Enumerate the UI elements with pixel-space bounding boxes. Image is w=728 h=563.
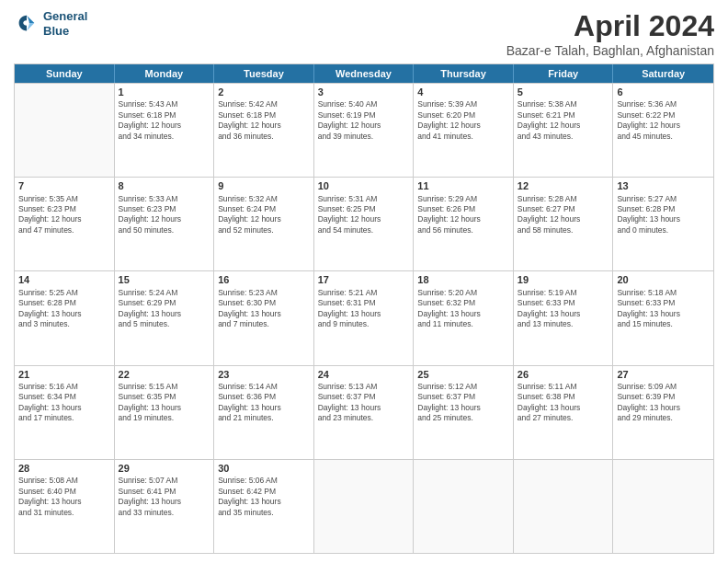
day-info: Sunrise: 5:06 AMSunset: 6:42 PMDaylight:… [218, 476, 310, 518]
day-number: 13 [617, 179, 710, 192]
cal-cell: 9Sunrise: 5:32 AMSunset: 6:24 PMDaylight… [214, 178, 314, 270]
cal-cell: 18Sunrise: 5:20 AMSunset: 6:32 PMDayligh… [414, 271, 514, 364]
header-day-wednesday: Wednesday [314, 64, 415, 83]
cal-cell: 15Sunrise: 5:24 AMSunset: 6:29 PMDayligh… [115, 271, 215, 364]
cal-cell: 28Sunrise: 5:08 AMSunset: 6:40 PMDayligh… [15, 460, 115, 553]
cal-cell: 14Sunrise: 5:25 AMSunset: 6:28 PMDayligh… [15, 271, 115, 364]
cal-cell [414, 460, 514, 553]
day-number: 22 [119, 368, 210, 381]
day-info: Sunrise: 5:36 AMSunset: 6:22 PMDaylight:… [617, 99, 710, 142]
day-info: Sunrise: 5:11 AMSunset: 6:38 PMDaylight:… [518, 382, 609, 424]
day-info: Sunrise: 5:23 AMSunset: 6:30 PMDaylight:… [218, 288, 310, 330]
header-day-thursday: Thursday [414, 64, 514, 83]
header-day-monday: Monday [115, 64, 215, 83]
day-info: Sunrise: 5:39 AMSunset: 6:20 PMDaylight:… [417, 99, 509, 142]
day-number: 8 [119, 179, 210, 192]
day-number: 27 [617, 368, 710, 381]
cal-cell: 21Sunrise: 5:16 AMSunset: 6:34 PMDayligh… [15, 366, 115, 459]
day-info: Sunrise: 5:24 AMSunset: 6:29 PMDaylight:… [119, 288, 210, 330]
cal-cell [314, 460, 415, 553]
day-number: 4 [417, 86, 509, 98]
cal-cell: 24Sunrise: 5:13 AMSunset: 6:37 PMDayligh… [314, 366, 415, 459]
day-number: 6 [617, 86, 710, 98]
cal-cell: 10Sunrise: 5:31 AMSunset: 6:25 PMDayligh… [314, 178, 415, 270]
day-info: Sunrise: 5:18 AMSunset: 6:33 PMDaylight:… [617, 288, 710, 330]
cal-cell: 26Sunrise: 5:11 AMSunset: 6:38 PMDayligh… [514, 366, 614, 459]
day-info: Sunrise: 5:15 AMSunset: 6:35 PMDaylight:… [119, 382, 210, 424]
cal-cell: 30Sunrise: 5:06 AMSunset: 6:42 PMDayligh… [214, 460, 314, 553]
day-number: 21 [18, 368, 110, 381]
cal-cell: 25Sunrise: 5:12 AMSunset: 6:37 PMDayligh… [414, 366, 514, 459]
cal-cell: 7Sunrise: 5:35 AMSunset: 6:23 PMDaylight… [15, 178, 115, 270]
month-title: April 2024 [506, 9, 714, 43]
header-day-sunday: Sunday [15, 64, 115, 83]
cal-cell: 5Sunrise: 5:38 AMSunset: 6:21 PMDaylight… [514, 84, 614, 177]
day-number: 26 [518, 368, 609, 381]
logo-text: General Blue [43, 9, 87, 38]
day-number: 5 [518, 86, 609, 98]
day-number: 20 [617, 273, 710, 286]
day-number: 16 [218, 273, 310, 286]
logo-icon [14, 11, 40, 37]
day-number: 30 [218, 462, 310, 475]
day-info: Sunrise: 5:19 AMSunset: 6:33 PMDaylight:… [518, 288, 609, 330]
cal-cell [613, 460, 713, 553]
day-info: Sunrise: 5:20 AMSunset: 6:32 PMDaylight:… [417, 288, 509, 330]
logo: General Blue [14, 9, 87, 38]
calendar-header: SundayMondayTuesdayWednesdayThursdayFrid… [15, 64, 713, 83]
day-info: Sunrise: 5:38 AMSunset: 6:21 PMDaylight:… [518, 99, 609, 142]
day-info: Sunrise: 5:32 AMSunset: 6:24 PMDaylight:… [218, 194, 310, 236]
cal-cell: 29Sunrise: 5:07 AMSunset: 6:41 PMDayligh… [115, 460, 215, 553]
week-row-1: 1Sunrise: 5:43 AMSunset: 6:18 PMDaylight… [15, 83, 713, 177]
day-number: 15 [119, 273, 210, 286]
cal-cell: 4Sunrise: 5:39 AMSunset: 6:20 PMDaylight… [414, 84, 514, 177]
day-info: Sunrise: 5:12 AMSunset: 6:37 PMDaylight:… [417, 382, 509, 424]
week-row-2: 7Sunrise: 5:35 AMSunset: 6:23 PMDaylight… [15, 177, 713, 270]
cal-cell: 6Sunrise: 5:36 AMSunset: 6:22 PMDaylight… [613, 84, 713, 177]
cal-cell: 17Sunrise: 5:21 AMSunset: 6:31 PMDayligh… [314, 271, 415, 364]
cal-cell: 19Sunrise: 5:19 AMSunset: 6:33 PMDayligh… [514, 271, 614, 364]
day-info: Sunrise: 5:09 AMSunset: 6:39 PMDaylight:… [617, 382, 710, 424]
day-info: Sunrise: 5:21 AMSunset: 6:31 PMDaylight:… [318, 288, 410, 330]
svg-rect-0 [14, 11, 40, 37]
cal-cell: 23Sunrise: 5:14 AMSunset: 6:36 PMDayligh… [214, 366, 314, 459]
calendar: SundayMondayTuesdayWednesdayThursdayFrid… [14, 63, 714, 554]
title-block: April 2024 Bazar-e Talah, Baghlan, Afgha… [506, 9, 714, 58]
day-number: 29 [119, 462, 210, 475]
page: General Blue April 2024 Bazar-e Talah, B… [0, 0, 728, 563]
day-number: 25 [417, 368, 509, 381]
cal-cell: 3Sunrise: 5:40 AMSunset: 6:19 PMDaylight… [314, 84, 415, 177]
day-number: 23 [218, 368, 310, 381]
cal-cell [514, 460, 614, 553]
day-info: Sunrise: 5:31 AMSunset: 6:25 PMDaylight:… [318, 194, 410, 236]
day-info: Sunrise: 5:13 AMSunset: 6:37 PMDaylight:… [318, 382, 410, 424]
day-number: 28 [18, 462, 110, 475]
cal-cell: 1Sunrise: 5:43 AMSunset: 6:18 PMDaylight… [115, 84, 215, 177]
cal-cell: 13Sunrise: 5:27 AMSunset: 6:28 PMDayligh… [613, 178, 713, 270]
cal-cell: 2Sunrise: 5:42 AMSunset: 6:18 PMDaylight… [214, 84, 314, 177]
day-number: 11 [417, 179, 509, 192]
day-number: 19 [518, 273, 609, 286]
day-info: Sunrise: 5:29 AMSunset: 6:26 PMDaylight:… [417, 194, 509, 236]
location-subtitle: Bazar-e Talah, Baghlan, Afghanistan [506, 43, 714, 58]
week-row-3: 14Sunrise: 5:25 AMSunset: 6:28 PMDayligh… [15, 270, 713, 364]
header: General Blue April 2024 Bazar-e Talah, B… [14, 9, 714, 58]
cal-cell: 16Sunrise: 5:23 AMSunset: 6:30 PMDayligh… [214, 271, 314, 364]
day-info: Sunrise: 5:43 AMSunset: 6:18 PMDaylight:… [119, 99, 210, 142]
day-number: 12 [518, 179, 609, 192]
day-info: Sunrise: 5:16 AMSunset: 6:34 PMDaylight:… [18, 382, 110, 424]
calendar-body: 1Sunrise: 5:43 AMSunset: 6:18 PMDaylight… [15, 83, 713, 553]
header-day-saturday: Saturday [613, 64, 713, 83]
day-info: Sunrise: 5:42 AMSunset: 6:18 PMDaylight:… [218, 99, 310, 142]
day-info: Sunrise: 5:40 AMSunset: 6:19 PMDaylight:… [318, 99, 410, 142]
cal-cell: 27Sunrise: 5:09 AMSunset: 6:39 PMDayligh… [613, 366, 713, 459]
cal-cell: 11Sunrise: 5:29 AMSunset: 6:26 PMDayligh… [414, 178, 514, 270]
day-info: Sunrise: 5:28 AMSunset: 6:27 PMDaylight:… [518, 194, 609, 236]
week-row-4: 21Sunrise: 5:16 AMSunset: 6:34 PMDayligh… [15, 365, 713, 459]
header-day-friday: Friday [514, 64, 614, 83]
day-info: Sunrise: 5:27 AMSunset: 6:28 PMDaylight:… [617, 194, 710, 236]
day-number: 10 [318, 179, 410, 192]
day-number: 17 [318, 273, 410, 286]
day-number: 7 [18, 179, 110, 192]
day-number: 1 [119, 86, 210, 98]
